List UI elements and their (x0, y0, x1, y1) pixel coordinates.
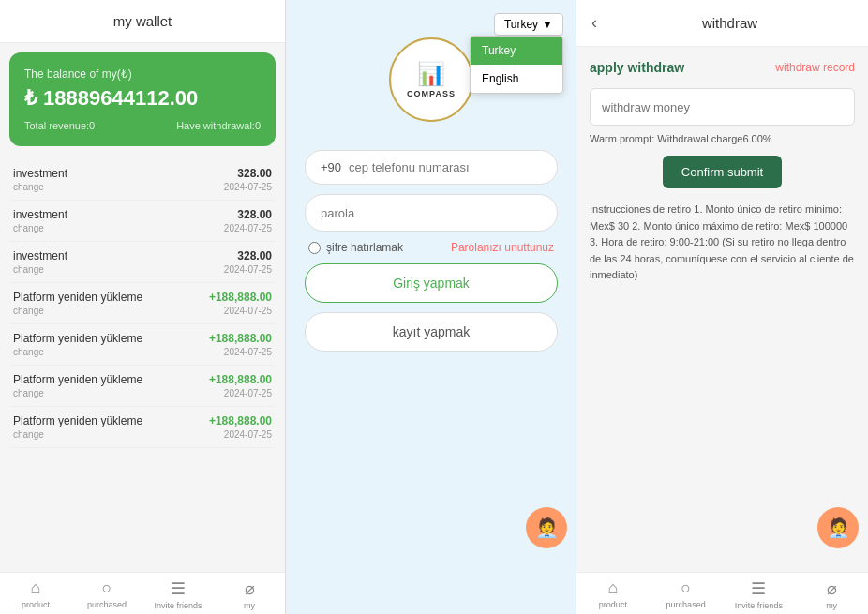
nav-icon: ⌂ (31, 578, 41, 598)
nav-item-product[interactable]: ⌂ product (576, 578, 650, 610)
logo-circle: 📊 COMPASS (389, 37, 473, 122)
left-title: my wallet (0, 0, 285, 43)
withdraw-record-link[interactable]: withdraw record (775, 61, 855, 74)
tx-sub: change (13, 223, 44, 233)
instructions: Instrucciones de retiro 1. Monto único d… (590, 202, 855, 284)
apply-withdraw-title: apply withdraw (590, 60, 684, 75)
list-item: Platform yeniden yükleme +188,888.00 cha… (9, 324, 276, 366)
tx-date: 2024-07-25 (224, 223, 272, 233)
withdraw-money-input[interactable] (602, 100, 843, 114)
back-button[interactable]: ‹ (591, 13, 597, 33)
nav-label: purchased (87, 600, 127, 609)
nav-label: purchased (666, 600, 706, 609)
compass-icon: 📊 (417, 61, 445, 87)
list-item: investment 328.00 change 2024-07-25 (9, 242, 276, 283)
nav-icon: ⌀ (245, 578, 255, 599)
tx-date: 2024-07-25 (224, 388, 272, 398)
tx-sub: change (13, 429, 44, 440)
have-withdrawal: Have withdrawal:0 (176, 120, 261, 131)
tx-name: investment (13, 167, 67, 180)
nav-icon: ⌂ (607, 578, 618, 598)
nav-item-my[interactable]: ⌀ my (214, 578, 285, 610)
nav-label: my (826, 601, 837, 610)
transaction-list: investment 328.00 change 2024-07-25 inve… (0, 156, 285, 572)
forgot-password-link[interactable]: Parolanızı unuttunuz (451, 241, 554, 254)
nav-icon: ⌀ (827, 578, 837, 599)
nav-item-purchased[interactable]: ○ purchased (71, 578, 142, 610)
chevron-down-icon: ▼ (542, 18, 553, 31)
nav-label: product (22, 600, 50, 609)
total-revenue: Total revenue:0 (24, 120, 95, 131)
logo-text: COMPASS (407, 89, 456, 98)
remember-left: şifre hatırlamak (308, 241, 403, 254)
tx-name: Platform yeniden yükleme (13, 373, 142, 386)
nav-item-purchased[interactable]: ○ purchased (650, 578, 723, 610)
right-content: apply withdraw withdraw record Warm prom… (576, 47, 868, 572)
list-item: Platform yeniden yükleme +188,888.00 cha… (9, 283, 276, 324)
tx-amount: +188,888.00 (209, 291, 272, 304)
warm-prompt-label: Warm prompt: (590, 133, 654, 144)
balance-label: The balance of my(₺) (24, 67, 261, 81)
nav-label: product (599, 600, 627, 609)
warm-prompt-value: Withdrawal charge6.00% (657, 133, 771, 144)
nav-icon: ○ (681, 578, 691, 598)
tx-amount: +188,888.00 (209, 332, 272, 345)
nav-label: Invite friends (154, 601, 202, 610)
tx-date: 2024-07-25 (224, 264, 272, 275)
login-button[interactable]: Giriş yapmak (305, 263, 558, 303)
tx-date: 2024-07-25 (224, 347, 272, 357)
left-panel: my wallet The balance of my(₺) ₺ 1888964… (0, 0, 286, 614)
tx-date: 2024-07-25 (224, 182, 272, 192)
withdraw-input-wrap (590, 88, 855, 126)
password-field-wrap (305, 194, 558, 232)
tx-name: Platform yeniden yükleme (13, 414, 142, 427)
right-support-wrapper: 🧑‍💼 (817, 507, 859, 548)
middle-panel: Turkey ▼ Turkey English 📊 COMPASS +90 şi… (286, 0, 576, 614)
nav-icon: ○ (102, 578, 112, 598)
nav-label: my (244, 601, 255, 610)
tx-sub: change (13, 182, 44, 192)
nav-item-product[interactable]: ⌂ product (0, 578, 71, 610)
remember-label: şifre hatırlamak (326, 241, 403, 254)
lang-dropdown: Turkey English (470, 36, 563, 94)
nav-item-invite-friends[interactable]: ☰ Invite friends (142, 578, 214, 610)
remember-checkbox[interactable] (308, 242, 321, 254)
tx-name: investment (13, 208, 67, 221)
phone-input[interactable] (349, 160, 542, 174)
register-button[interactable]: kayıt yapmak (305, 312, 558, 352)
balance-card: The balance of my(₺) ₺ 18889644112.00 To… (9, 52, 276, 146)
tx-name: investment (13, 249, 67, 262)
withdraw-top-row: apply withdraw withdraw record (590, 60, 855, 75)
confirm-submit-button[interactable]: Confirm submit (663, 156, 782, 188)
balance-amount: ₺ 18889644112.00 (24, 86, 261, 111)
tx-date: 2024-07-25 (224, 306, 272, 316)
tx-amount: +188,888.00 (209, 414, 272, 427)
password-input[interactable] (321, 206, 542, 220)
list-item: investment 328.00 change 2024-07-25 (9, 201, 276, 242)
tx-amount: 328.00 (237, 249, 272, 262)
lang-option-english[interactable]: English (471, 65, 562, 93)
tx-amount: 328.00 (237, 208, 272, 221)
tx-sub: change (13, 264, 44, 275)
nav-icon: ☰ (751, 578, 766, 599)
support-icon[interactable]: 🧑‍💼 (526, 507, 567, 548)
list-item: Platform yeniden yükleme +188,888.00 cha… (9, 407, 276, 448)
left-bottom-nav: ⌂ product ○ purchased ☰ Invite friends ⌀… (0, 572, 285, 614)
nav-label: Invite friends (735, 601, 783, 610)
right-bottom-nav: ⌂ product ○ purchased ☰ Invite friends ⌀… (576, 572, 868, 614)
tx-amount: +188,888.00 (209, 373, 272, 386)
list-item: Platform yeniden yükleme +188,888.00 cha… (9, 366, 276, 407)
nav-item-my[interactable]: ⌀ my (795, 578, 868, 610)
tx-date: 2024-07-25 (224, 429, 272, 440)
tx-sub: change (13, 306, 44, 316)
nav-item-invite-friends[interactable]: ☰ Invite friends (723, 578, 796, 610)
lang-button[interactable]: Turkey ▼ (494, 13, 563, 36)
right-title: withdraw (606, 15, 853, 31)
remember-row: şifre hatırlamak Parolanızı unuttunuz (305, 241, 558, 254)
right-header: ‹ withdraw (576, 0, 868, 47)
list-item: investment 328.00 change 2024-07-25 (9, 159, 276, 201)
tx-name: Platform yeniden yükleme (13, 332, 142, 345)
lang-selector[interactable]: Turkey ▼ Turkey English (494, 13, 563, 36)
lang-option-turkey[interactable]: Turkey (471, 37, 562, 65)
right-support-icon[interactable]: 🧑‍💼 (817, 507, 859, 548)
